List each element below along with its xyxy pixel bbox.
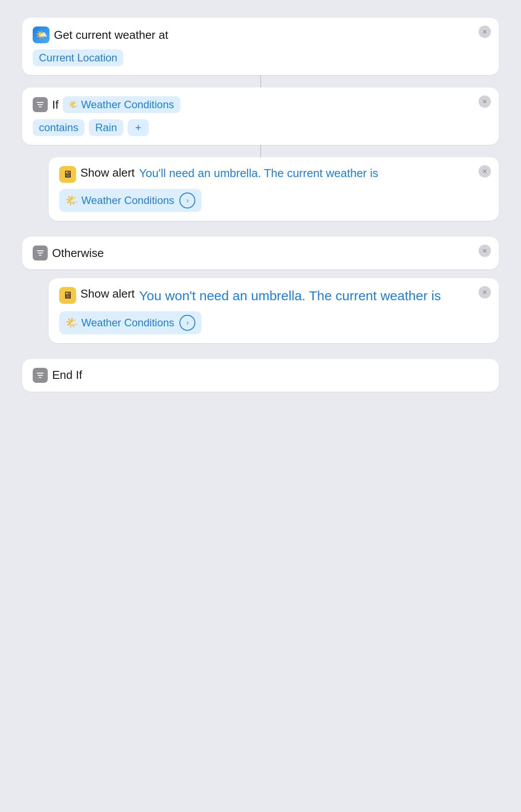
connector-2 [260,145,261,157]
chevron-btn-2[interactable]: › [179,315,195,331]
connector-1 [260,75,261,87]
weather-label-1: Weather Conditions [81,194,174,207]
otherwise-label: Otherwise [52,246,104,260]
weather-conditions-label: Weather Conditions [81,98,174,111]
otherwise-card: ✕ Otherwise [22,237,499,269]
close-icon: ✕ [482,289,487,296]
svg-rect-5 [39,255,42,256]
filter-icon-2 [33,245,48,261]
show-alert-1-variable-row[interactable]: 🌤️ Weather Conditions › [59,189,202,212]
end-if-card: End If [22,359,499,392]
otherwise-header: Otherwise [33,245,488,261]
get-weather-close-btn[interactable]: ✕ [479,26,491,38]
svg-rect-3 [37,250,44,251]
get-weather-title: Get current weather at [54,28,168,42]
close-icon: ✕ [482,98,487,105]
close-icon: ✕ [482,168,487,175]
add-condition-pill[interactable]: + [128,119,149,136]
end-if-label: End If [52,368,82,382]
svg-rect-2 [39,106,42,107]
current-location-pill[interactable]: Current Location [33,49,123,66]
contains-pill[interactable]: contains [33,119,84,136]
show-alert-2-content: 🖥 Show alert You won't need an umbrella.… [59,287,488,334]
if-keyword: If [52,98,58,112]
weather-app-icon: 🌤️ [33,26,49,43]
rain-pill[interactable]: Rain [89,119,123,136]
show-alert-2-variable-row[interactable]: 🌤️ Weather Conditions › [59,311,202,334]
weather-label-2: Weather Conditions [81,317,174,329]
show-alert-1-title: Show alert [80,166,135,180]
show-alert-1-card: ✕ 🖥 Show alert You'll need an umbrella. … [49,157,499,221]
close-icon: ✕ [482,247,487,254]
show-alert-2-close-btn[interactable]: ✕ [479,286,491,298]
end-if-header: End If [33,368,488,383]
weather-icon-2: 🌤️ [65,317,79,329]
weather-icon-1: 🌤️ [65,194,79,207]
filter-icon-3 [33,368,48,383]
show-alert-2-variable: 🌤️ Weather Conditions [65,317,174,329]
svg-rect-1 [38,104,43,105]
svg-rect-0 [37,102,44,103]
get-weather-location-row: Current Location [33,49,488,66]
weather-conditions-pill[interactable]: 🌤️ Weather Conditions [63,96,180,113]
show-alert-1-variable: 🌤️ Weather Conditions [65,194,174,207]
show-alert-2-card: ✕ 🖥 Show alert You won't need an umbrell… [49,278,499,343]
get-weather-card: ✕ 🌤️ Get current weather at Current Loca… [22,18,499,75]
show-alert-1-content: 🖥 Show alert You'll need an umbrella. Th… [59,166,488,212]
show-alert-1-close-btn[interactable]: ✕ [479,165,491,178]
if-condition-close-btn[interactable]: ✕ [479,95,491,108]
otherwise-close-btn[interactable]: ✕ [479,245,491,257]
svg-rect-4 [38,253,43,253]
show-alert-1-text: You'll need an umbrella. The current wea… [139,166,378,181]
svg-rect-7 [38,375,43,376]
close-icon: ✕ [482,28,487,35]
if-condition-row2: contains Rain + [33,119,488,136]
show-alert-2-title: Show alert [80,287,135,301]
if-condition-header: If 🌤️ Weather Conditions [33,96,488,113]
filter-icon [33,97,48,112]
svg-rect-6 [37,373,44,374]
alert-app-icon-1: 🖥 [59,166,76,183]
svg-rect-8 [39,377,42,378]
if-condition-card: ✕ If 🌤️ Weather Conditions contains Rain… [22,87,499,145]
show-alert-2-line1: 🖥 Show alert You won't need an umbrella.… [59,287,471,305]
alert-app-icon-2: 🖥 [59,287,76,304]
chevron-btn-1[interactable]: › [179,193,195,208]
show-alert-2-text: You won't need an umbrella. The current … [139,287,441,305]
get-weather-header: 🌤️ Get current weather at [33,26,488,43]
weather-conditions-icon: 🌤️ [69,100,79,110]
show-alert-1-line1: 🖥 Show alert You'll need an umbrella. Th… [59,166,471,183]
